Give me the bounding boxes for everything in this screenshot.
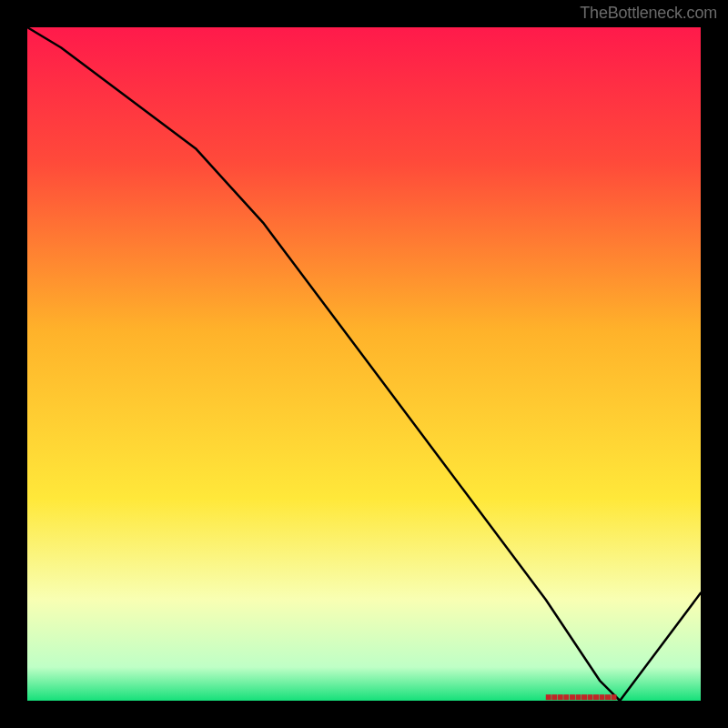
attribution-text: TheBottleneck.com: [580, 4, 717, 23]
optimal-range-marker: ■■■■■■■■■■■■: [546, 692, 617, 702]
bottleneck-curve: [27, 27, 701, 701]
stage: TheBottleneck.com ■■■■■■■■■■■■: [0, 0, 728, 728]
